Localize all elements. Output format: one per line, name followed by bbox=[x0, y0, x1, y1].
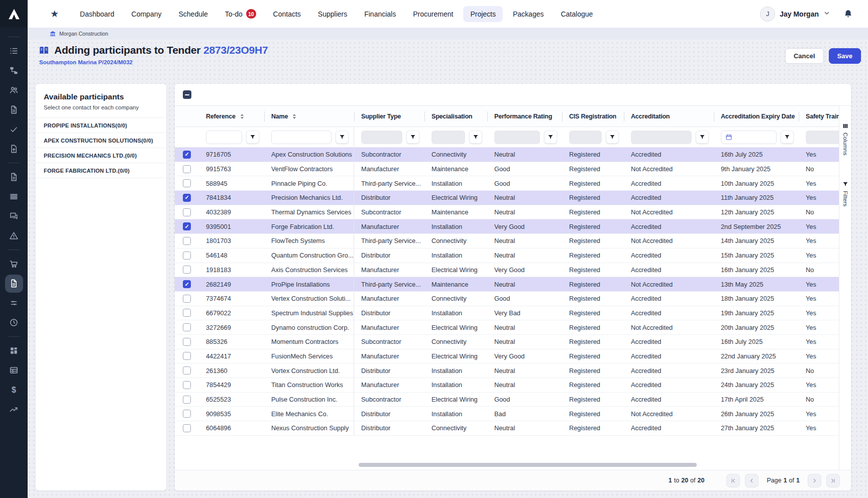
filter-select-cis_registration[interactable] bbox=[569, 131, 602, 144]
column-header-accreditation_expiry_date[interactable]: Accreditation Expiry Date bbox=[714, 106, 799, 127]
sidebar-document-icon[interactable] bbox=[5, 101, 23, 119]
filter-date-accreditation_expiry_date[interactable] bbox=[721, 131, 777, 144]
participant-company-item[interactable]: APEX CONSTRUCTION SOLUTIONS(0/0) bbox=[36, 133, 166, 148]
sidebar-rows-icon[interactable] bbox=[5, 188, 23, 206]
filter-input-name[interactable] bbox=[271, 131, 332, 144]
participant-company-item[interactable]: PROPIPE INSTALLATIONS(0/0) bbox=[36, 118, 166, 133]
row-checkbox[interactable] bbox=[183, 366, 191, 375]
row-checkbox[interactable] bbox=[183, 295, 191, 303]
nav-item-contacts[interactable]: Contacts bbox=[266, 6, 308, 22]
sidebar-cart-icon[interactable] bbox=[5, 255, 23, 273]
row-checkbox[interactable] bbox=[183, 352, 191, 360]
cancel-button[interactable]: Cancel bbox=[785, 48, 824, 64]
filter-funnel-button-accreditation[interactable] bbox=[696, 131, 709, 144]
nav-item-company[interactable]: Company bbox=[125, 6, 169, 22]
nav-item-schedule[interactable]: Schedule bbox=[171, 6, 214, 22]
row-checkbox[interactable] bbox=[183, 338, 191, 346]
nav-item-financials[interactable]: Financials bbox=[357, 6, 403, 22]
filter-select-safety_training[interactable] bbox=[806, 131, 839, 144]
cell-accreditation: Accredited bbox=[624, 292, 714, 306]
sidebar-trending-icon[interactable] bbox=[5, 401, 23, 419]
cell-performance_rating: Bad bbox=[487, 407, 562, 421]
column-header-name[interactable]: Name bbox=[264, 106, 354, 127]
sidebar-hierarchy-icon[interactable] bbox=[5, 62, 23, 80]
row-checkbox[interactable] bbox=[183, 424, 191, 432]
sidebar-users-icon[interactable] bbox=[5, 81, 23, 99]
project-subtitle-link[interactable]: Southampton Marina P/2024/M032 bbox=[39, 59, 133, 65]
nav-item-dashboard[interactable]: Dashboard bbox=[73, 6, 122, 22]
first-page-button[interactable] bbox=[726, 474, 740, 487]
row-checkbox[interactable] bbox=[183, 208, 191, 216]
tender-reference-link[interactable]: 2873/23O9H7 bbox=[203, 44, 268, 56]
column-header-specialisation[interactable]: Specialisation bbox=[424, 106, 487, 127]
filter-select-supplier_type[interactable] bbox=[361, 131, 402, 144]
column-header-accreditation[interactable]: Accreditation bbox=[624, 106, 714, 127]
sort-icon[interactable] bbox=[239, 113, 246, 120]
sidebar-warning-icon[interactable] bbox=[5, 227, 23, 245]
sidebar-file-upload-icon[interactable] bbox=[5, 140, 23, 158]
sidebar-document-alt-icon[interactable] bbox=[5, 168, 23, 186]
select-all-checkbox[interactable] bbox=[183, 90, 191, 99]
columns-rail-toggle[interactable]: Columns bbox=[842, 123, 848, 155]
horizontal-scrollbar-thumb[interactable] bbox=[359, 463, 697, 467]
breadcrumb-company[interactable]: Morgan Construction bbox=[59, 31, 108, 37]
filter-input-reference[interactable] bbox=[206, 131, 242, 144]
participant-company-item[interactable]: PRECISION MECHANICS LTD.(0/0) bbox=[36, 148, 166, 163]
column-header-performance_rating[interactable]: Performance Rating bbox=[487, 106, 562, 127]
filter-funnel-button-reference[interactable] bbox=[246, 131, 259, 144]
row-checkbox[interactable] bbox=[183, 151, 191, 159]
sort-icon[interactable] bbox=[291, 113, 298, 120]
row-checkbox[interactable] bbox=[183, 266, 191, 274]
nav-item-catalogue[interactable]: Catalogue bbox=[554, 6, 600, 22]
sidebar-sliders-icon[interactable] bbox=[5, 294, 23, 312]
row-checkbox[interactable] bbox=[183, 179, 191, 187]
nav-item-procurement[interactable]: Procurement bbox=[406, 6, 460, 22]
favorites-star-icon[interactable]: ★ bbox=[50, 8, 59, 20]
participant-company-item[interactable]: FORGE FABRICATION LTD.(0/0) bbox=[36, 163, 166, 178]
filter-funnel-button-name[interactable] bbox=[336, 131, 349, 144]
column-header-cis_registration[interactable]: CIS Registration bbox=[562, 106, 624, 127]
filter-select-performance_rating[interactable] bbox=[494, 131, 540, 144]
sidebar-document-active-icon[interactable] bbox=[5, 275, 23, 293]
column-header-safety_training[interactable]: Safety Training bbox=[799, 106, 839, 127]
notifications-bell-icon[interactable] bbox=[843, 9, 853, 19]
row-checkbox[interactable] bbox=[183, 222, 191, 230]
filter-funnel-button-cis_registration[interactable] bbox=[606, 131, 619, 144]
app-logo[interactable] bbox=[0, 0, 28, 28]
filter-select-specialisation[interactable] bbox=[431, 131, 465, 144]
row-checkbox[interactable] bbox=[183, 323, 191, 331]
user-menu[interactable]: J Jay Morgan bbox=[760, 7, 830, 22]
previous-page-button[interactable] bbox=[745, 474, 758, 487]
row-checkbox[interactable] bbox=[183, 194, 191, 202]
row-checkbox[interactable] bbox=[183, 309, 191, 317]
column-header-reference[interactable]: Reference bbox=[199, 106, 264, 127]
sidebar-list-icon[interactable] bbox=[5, 42, 23, 60]
filter-funnel-button-supplier_type[interactable] bbox=[406, 131, 419, 144]
row-checkbox[interactable] bbox=[183, 280, 191, 288]
row-checkbox[interactable] bbox=[183, 237, 191, 245]
nav-item-projects[interactable]: Projects bbox=[463, 6, 503, 22]
sidebar-grid-icon[interactable] bbox=[5, 342, 23, 360]
row-checkbox[interactable] bbox=[183, 252, 191, 260]
nav-item-to-do[interactable]: To-do10 bbox=[218, 5, 263, 23]
sidebar-chat-icon[interactable] bbox=[5, 207, 23, 225]
sidebar-dollar-icon[interactable]: $ bbox=[5, 381, 23, 399]
sidebar-check-icon[interactable] bbox=[5, 120, 23, 139]
row-checkbox[interactable] bbox=[183, 165, 191, 173]
nav-item-packages[interactable]: Packages bbox=[506, 6, 551, 22]
next-page-button[interactable] bbox=[808, 474, 821, 487]
row-checkbox[interactable] bbox=[183, 410, 191, 418]
filter-funnel-button-performance_rating[interactable] bbox=[544, 131, 557, 144]
filter-funnel-button-specialisation[interactable] bbox=[469, 131, 482, 144]
sidebar-clock-icon[interactable] bbox=[5, 314, 23, 332]
row-checkbox[interactable] bbox=[183, 396, 191, 404]
last-page-button[interactable] bbox=[826, 474, 840, 487]
filter-select-accreditation[interactable] bbox=[631, 131, 692, 144]
nav-item-suppliers[interactable]: Suppliers bbox=[311, 6, 354, 22]
sidebar-table-icon[interactable] bbox=[5, 361, 23, 380]
row-checkbox[interactable] bbox=[183, 381, 191, 389]
column-header-supplier_type[interactable]: Supplier Type bbox=[354, 106, 424, 127]
filter-funnel-button-accreditation_expiry_date[interactable] bbox=[781, 131, 794, 144]
save-button[interactable]: Save bbox=[829, 48, 861, 64]
filters-rail-toggle[interactable]: Filters bbox=[842, 181, 848, 206]
